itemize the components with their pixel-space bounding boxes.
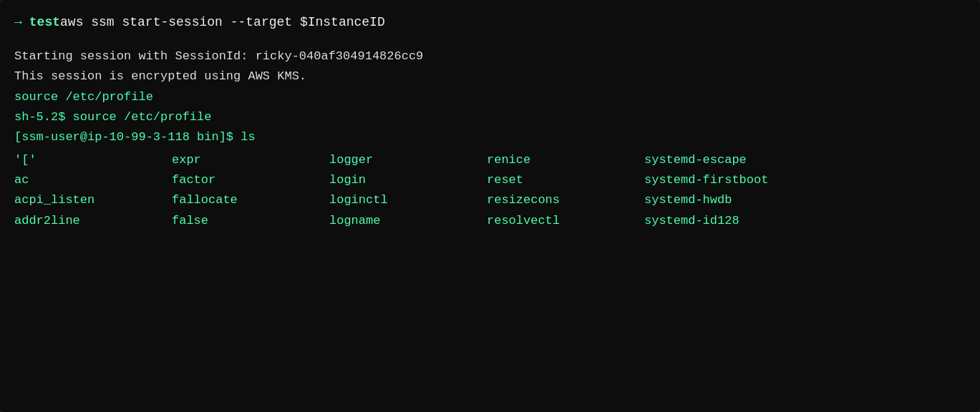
output-line-5: [ssm-user@ip-10-99-3-118 bin]$ ls (14, 128, 966, 147)
ls-item: '[' (14, 150, 172, 170)
cmd-keyword-test: test (29, 13, 60, 33)
ls-item: reset (487, 170, 644, 190)
output-line-1: Starting session with SessionId: ricky-0… (14, 47, 966, 66)
ls-item: systemd-firstboot (644, 170, 966, 190)
ls-item: loginctl (329, 190, 487, 210)
cmd-rest: aws ssm start-session --target $Instance… (60, 13, 385, 33)
ls-output-grid: '[' expr logger renice systemd-escape ac… (14, 150, 966, 231)
ls-item: renice (487, 150, 644, 170)
ls-item: resizecons (487, 190, 644, 210)
ls-item: acpi_listen (14, 190, 172, 210)
output-line-2: This session is encrypted using AWS KMS. (14, 67, 966, 86)
terminal-window: → test aws ssm start-session --target $I… (0, 0, 980, 412)
ls-item: systemd-escape (644, 150, 966, 170)
ls-item-factor: factor (172, 170, 329, 190)
prompt-arrow: → (14, 13, 22, 33)
ls-item: false (172, 211, 329, 231)
ls-item: logname (329, 211, 487, 231)
ls-item: expr (172, 150, 329, 170)
ls-item: logger (329, 150, 487, 170)
ls-item: systemd-hwdb (644, 190, 966, 210)
ls-item: resolvectl (487, 211, 644, 231)
output-line-4: sh-5.2$ source /etc/profile (14, 108, 966, 127)
ls-item: ac (14, 170, 172, 190)
output-line-3: source /etc/profile (14, 88, 966, 107)
ls-item: systemd-id128 (644, 211, 966, 231)
ls-item: addr2line (14, 211, 172, 231)
ls-item: fallocate (172, 190, 329, 210)
ls-item: login (329, 170, 487, 190)
command-input-line: → test aws ssm start-session --target $I… (14, 13, 966, 33)
